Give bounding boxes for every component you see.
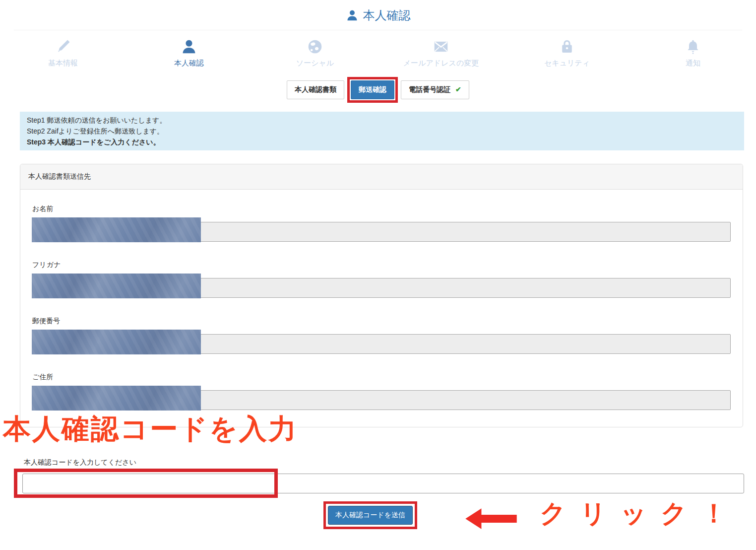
field-name: お名前 <box>32 205 731 242</box>
redaction-overlay <box>32 330 201 354</box>
code-input-label: 本人確認コードを入力してください <box>24 458 756 467</box>
step1-text: Step1 郵送依頼の送信をお願いいたします。 <box>27 115 737 126</box>
nav-label: 通知 <box>630 59 756 68</box>
nav-item-email-change[interactable]: メールアドレスの変更 <box>378 38 504 68</box>
tab-phone-verification[interactable]: 電話番号認証 ✔ <box>401 80 469 99</box>
tab-identity-documents[interactable]: 本人確認書類 <box>287 80 344 99</box>
annotation-box-submit-button: 本人確認コードを送信 <box>323 501 417 529</box>
nav-item-security[interactable]: セキュリティ <box>504 38 630 68</box>
lock-icon <box>559 38 575 55</box>
person-icon <box>181 38 197 55</box>
code-input-row <box>22 474 744 493</box>
nav-item-notifications[interactable]: 通知 <box>630 38 756 68</box>
left-arrow-icon <box>454 507 528 530</box>
nav-label: セキュリティ <box>504 59 630 68</box>
step3-text: Step3 本人確認コードをご入力ください。 <box>27 137 737 147</box>
redaction-overlay <box>32 274 201 298</box>
pencil-icon <box>55 38 71 55</box>
nav-item-basic-info[interactable]: 基本情報 <box>0 38 126 68</box>
field-postal-code: 郵便番号 <box>32 317 731 354</box>
mailing-address-panel: 本人確認書類送信先 お名前 フリガナ 郵便番号 <box>20 164 743 427</box>
nav-label: ソーシャル <box>252 59 378 68</box>
field-label: フリガナ <box>32 261 731 270</box>
panel-header: 本人確認書類送信先 <box>20 164 743 190</box>
annotation-heading: 本人確認コードを入力 <box>3 413 756 444</box>
account-settings-page: 本人確認 基本情報 本人確認 ソーシャル <box>0 0 756 550</box>
annotation-click-text: クリック！ <box>540 496 741 531</box>
annotation-box-postal-tab: 郵送確認 <box>347 77 398 103</box>
redaction-overlay <box>32 386 201 411</box>
field-input-wrap <box>32 278 731 298</box>
field-input-wrap <box>32 222 731 242</box>
check-icon: ✔ <box>455 85 461 93</box>
nav-label: 本人確認 <box>126 59 252 68</box>
identity-subtabs: 本人確認書類 郵送確認 電話番号認証 ✔ <box>0 75 756 105</box>
field-label: 郵便番号 <box>32 317 731 326</box>
field-input-wrap <box>32 334 731 354</box>
field-address: ご住所 <box>32 373 731 410</box>
envelope-icon <box>433 38 449 55</box>
field-label: ご住所 <box>32 373 731 382</box>
tab-postal-confirmation[interactable]: 郵送確認 <box>351 80 394 99</box>
panel-body: お名前 フリガナ 郵便番号 <box>20 190 743 427</box>
nav-label: 基本情報 <box>0 59 126 68</box>
submit-row: 本人確認コードを送信 クリック！ <box>0 500 756 539</box>
send-verification-code-button[interactable]: 本人確認コードを送信 <box>328 506 413 525</box>
steps-info-box: Step1 郵送依頼の送信をお願いいたします。 Step2 Zaifよりご登録住… <box>20 112 744 150</box>
page-header: 本人確認 <box>14 0 742 30</box>
nav-label: メールアドレスの変更 <box>378 59 504 68</box>
nav-item-social[interactable]: ソーシャル <box>252 38 378 68</box>
settings-nav: 基本情報 本人確認 ソーシャル メールアドレスの変更 <box>0 30 756 71</box>
verification-code-input[interactable] <box>22 474 744 493</box>
field-input-wrap <box>32 390 731 410</box>
globe-icon <box>307 38 323 55</box>
step2-text: Step2 Zaifよりご登録住所へ郵送致します。 <box>27 126 737 137</box>
field-furigana: フリガナ <box>32 261 731 298</box>
nav-item-identity[interactable]: 本人確認 <box>126 38 252 68</box>
page-title: 本人確認 <box>363 7 411 23</box>
bell-icon <box>685 38 701 55</box>
tab-label: 電話番号認証 <box>409 85 450 93</box>
redaction-overlay <box>32 217 201 242</box>
field-label: お名前 <box>32 205 731 213</box>
person-icon <box>346 9 359 22</box>
